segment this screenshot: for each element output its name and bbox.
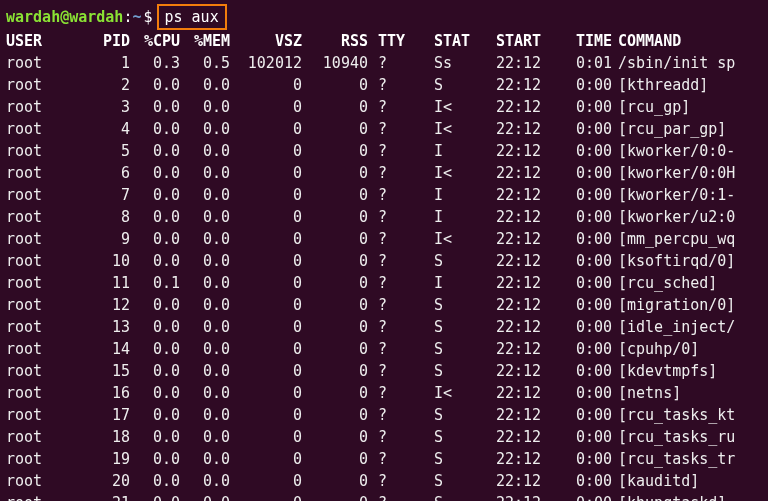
prompt-path: ~ xyxy=(132,6,141,28)
cell-rss: 0 xyxy=(306,492,372,501)
cell-mem: 0.0 xyxy=(184,250,234,272)
cell-pid: 4 xyxy=(58,118,134,140)
cell-tty: ? xyxy=(372,294,416,316)
prompt-dollar: $ xyxy=(143,6,152,28)
hdr-start: START xyxy=(496,30,556,52)
cell-cpu: 0.0 xyxy=(134,294,184,316)
cell-start: 22:12 xyxy=(496,492,556,501)
cell-start: 22:12 xyxy=(496,316,556,338)
cell-cpu: 0.3 xyxy=(134,52,184,74)
cell-tty: ? xyxy=(372,140,416,162)
hdr-mem: %MEM xyxy=(184,30,234,52)
cell-cmd: [kworker/0:1- xyxy=(618,184,735,206)
cell-stat: I< xyxy=(416,162,496,184)
hdr-pid: PID xyxy=(58,30,134,52)
cell-stat: S xyxy=(416,294,496,316)
cell-time: 0:00 xyxy=(556,426,618,448)
cell-mem: 0.0 xyxy=(184,470,234,492)
cell-start: 22:12 xyxy=(496,118,556,140)
cell-mem: 0.0 xyxy=(184,206,234,228)
cell-cmd: [rcu_tasks_ru xyxy=(618,426,735,448)
table-row: root70.00.000?I22:120:00[kworker/0:1- xyxy=(6,184,735,206)
cell-start: 22:12 xyxy=(496,272,556,294)
cell-rss: 0 xyxy=(306,338,372,360)
cell-cpu: 0.0 xyxy=(134,316,184,338)
cell-vsz: 0 xyxy=(234,184,306,206)
cell-mem: 0.5 xyxy=(184,52,234,74)
table-row: root190.00.000?S22:120:00[rcu_tasks_tr xyxy=(6,448,735,470)
cell-start: 22:12 xyxy=(496,294,556,316)
cell-user: root xyxy=(6,118,58,140)
terminal-window[interactable]: wardah@wardah : ~ $ ps aux USER PID %CPU… xyxy=(0,0,768,501)
ps-output-table: USER PID %CPU %MEM VSZ RSS TTY STAT STAR… xyxy=(6,30,735,501)
cell-time: 0:00 xyxy=(556,228,618,250)
table-row: root100.00.000?S22:120:00[ksoftirqd/0] xyxy=(6,250,735,272)
cell-cpu: 0.0 xyxy=(134,206,184,228)
cell-tty: ? xyxy=(372,404,416,426)
cell-mem: 0.0 xyxy=(184,360,234,382)
cell-cpu: 0.0 xyxy=(134,492,184,501)
cell-vsz: 0 xyxy=(234,316,306,338)
cell-stat: S xyxy=(416,74,496,96)
cell-cpu: 0.0 xyxy=(134,118,184,140)
cell-cmd: [ksoftirqd/0] xyxy=(618,250,735,272)
cell-vsz: 0 xyxy=(234,206,306,228)
table-row: root50.00.000?I22:120:00[kworker/0:0- xyxy=(6,140,735,162)
cell-vsz: 0 xyxy=(234,140,306,162)
cell-cmd: [rcu_gp] xyxy=(618,96,735,118)
cell-cmd: [cpuhp/0] xyxy=(618,338,735,360)
table-row: root200.00.000?S22:120:00[kauditd] xyxy=(6,470,735,492)
cell-stat: I< xyxy=(416,118,496,140)
table-row: root10.30.510201210940?Ss22:120:01/sbin/… xyxy=(6,52,735,74)
cell-start: 22:12 xyxy=(496,426,556,448)
cell-stat: S xyxy=(416,426,496,448)
cell-pid: 7 xyxy=(58,184,134,206)
cell-pid: 18 xyxy=(58,426,134,448)
cell-time: 0:00 xyxy=(556,470,618,492)
cell-tty: ? xyxy=(372,250,416,272)
cell-stat: S xyxy=(416,316,496,338)
cell-cmd: [rcu_par_gp] xyxy=(618,118,735,140)
cell-user: root xyxy=(6,360,58,382)
cell-pid: 14 xyxy=(58,338,134,360)
cell-cmd: [rcu_sched] xyxy=(618,272,735,294)
cell-vsz: 0 xyxy=(234,96,306,118)
cell-stat: S xyxy=(416,404,496,426)
cell-mem: 0.0 xyxy=(184,316,234,338)
cell-user: root xyxy=(6,404,58,426)
cell-tty: ? xyxy=(372,184,416,206)
table-row: root60.00.000?I<22:120:00[kworker/0:0H xyxy=(6,162,735,184)
cell-cmd: [mm_percpu_wq xyxy=(618,228,735,250)
cell-tty: ? xyxy=(372,360,416,382)
cell-mem: 0.0 xyxy=(184,140,234,162)
cell-stat: Ss xyxy=(416,52,496,74)
cell-cpu: 0.0 xyxy=(134,228,184,250)
hdr-stat: STAT xyxy=(416,30,496,52)
cell-user: root xyxy=(6,470,58,492)
cell-pid: 9 xyxy=(58,228,134,250)
cell-rss: 0 xyxy=(306,74,372,96)
cell-start: 22:12 xyxy=(496,470,556,492)
cell-tty: ? xyxy=(372,162,416,184)
cell-pid: 6 xyxy=(58,162,134,184)
cell-pid: 10 xyxy=(58,250,134,272)
cell-user: root xyxy=(6,294,58,316)
cell-user: root xyxy=(6,492,58,501)
cell-stat: I xyxy=(416,140,496,162)
cell-tty: ? xyxy=(372,74,416,96)
table-row: root130.00.000?S22:120:00[idle_inject/ xyxy=(6,316,735,338)
cell-stat: S xyxy=(416,448,496,470)
cell-stat: S xyxy=(416,492,496,501)
cell-pid: 19 xyxy=(58,448,134,470)
cell-pid: 1 xyxy=(58,52,134,74)
cell-pid: 15 xyxy=(58,360,134,382)
cell-rss: 0 xyxy=(306,118,372,140)
cell-user: root xyxy=(6,52,58,74)
cell-user: root xyxy=(6,382,58,404)
cell-stat: I xyxy=(416,272,496,294)
cell-time: 0:00 xyxy=(556,250,618,272)
cell-cmd: [khungtaskd] xyxy=(618,492,735,501)
cell-start: 22:12 xyxy=(496,140,556,162)
cell-cpu: 0.0 xyxy=(134,250,184,272)
table-row: root140.00.000?S22:120:00[cpuhp/0] xyxy=(6,338,735,360)
